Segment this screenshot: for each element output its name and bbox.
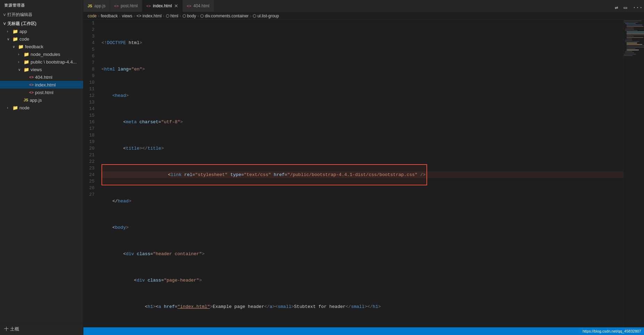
line-num-20: 20 [88, 145, 95, 152]
breadcrumb-indexhtml[interactable]: <> index.html [137, 14, 162, 18]
svg-rect-17 [627, 44, 642, 45]
tree-arrow-code: ∨ [7, 37, 13, 41]
l5-tag: title [126, 145, 139, 152]
breadcrumb-code[interactable]: code [88, 14, 97, 18]
tab-appjs[interactable]: JS app.js [83, 0, 110, 12]
tree-item-views[interactable]: ∨ 📁 views [0, 66, 83, 73]
tree-label-appjs: app.js [30, 98, 42, 103]
tree-item-node[interactable]: › 📁 node [0, 104, 83, 111]
line-num-1: 1 [88, 20, 95, 26]
sidebar-bottom-item[interactable]: 十 土概 [0, 325, 83, 334]
l10-b2: > [199, 277, 202, 284]
l11-b8: </ [345, 303, 351, 310]
l11-i: < [101, 303, 148, 310]
workspace-section[interactable]: ∨ 无标题 (工作区) [0, 20, 83, 27]
code-line-5: <title></title> [101, 145, 623, 152]
line-num-14: 14 [88, 106, 95, 112]
svg-rect-23 [625, 52, 634, 53]
l9-i: < [101, 251, 126, 257]
tab-label-indexhtml: index.html [153, 3, 172, 8]
code-line-10: <div class="page-header"> [101, 277, 623, 284]
svg-rect-15 [625, 41, 639, 42]
l10-sp [145, 277, 148, 284]
l2-val: "en" [131, 66, 142, 73]
l8-b2: > [126, 224, 129, 231]
tab-posthtml[interactable]: <> post.html [110, 0, 142, 12]
l5-i: < [101, 145, 126, 152]
tree-item-feedback[interactable]: ∨ 📁 feedback [0, 43, 83, 50]
title-bar-actions: ⇌ ▭ ··· [613, 3, 644, 12]
tree-item-app[interactable]: › 📁 app [0, 27, 83, 35]
l10-attr: class [148, 277, 161, 284]
l6-val2: "text/css" [244, 172, 271, 177]
l9-tag: div [126, 251, 134, 257]
l11-text: Example page header [213, 303, 264, 310]
tree-arrow-public: › [18, 60, 24, 64]
tree-item-404html[interactable]: <> 404.html [0, 73, 83, 81]
code-content[interactable]: <!DOCTYPE html> <html lang="en"> <head> [100, 20, 623, 327]
tree-arrow-app: › [7, 30, 13, 33]
tab-label-404html: 404.html [193, 3, 209, 8]
breadcrumb-div-comments[interactable]: ⬡ div.comments.container [200, 14, 248, 18]
l10-tag: div [137, 277, 145, 284]
breadcrumb-body[interactable]: ⬡ body [182, 14, 196, 18]
l8-tag: body [115, 224, 126, 231]
l11-b4: </ [264, 303, 270, 310]
svg-rect-12 [627, 37, 643, 38]
status-url[interactable]: https://blog.csdn.net/qq_45832807 [582, 329, 641, 333]
l11-eq: = [175, 303, 178, 310]
tab-label-posthtml: post.html [121, 3, 138, 8]
l4-tag: meta [126, 119, 137, 125]
tree-item-node-modules[interactable]: › 📁 node_modules [0, 50, 83, 58]
workspace-label: ∨ 无标题 (工作区) [3, 21, 36, 27]
line-num-25: 25 [88, 178, 95, 185]
l11-small-text: Stubtext for header [294, 303, 345, 310]
svg-rect-14 [625, 40, 632, 41]
bottom-label: 十 土概 [4, 326, 19, 332]
svg-rect-2 [625, 23, 636, 24]
tab-indexhtml[interactable]: <> index.html ✕ [142, 0, 183, 12]
toggle-panel-icon[interactable]: ▭ [622, 3, 629, 12]
tree-arrow-feedback: ∨ [13, 45, 18, 49]
tree-label-posthtml: post.html [35, 90, 54, 95]
breadcrumb-sep5: › [180, 14, 181, 18]
l2-tag: html [104, 66, 115, 73]
l6-highlight: <link rel="stylesheet" type="text/css" h… [101, 164, 427, 185]
tree-label-404html: 404.html [35, 75, 52, 80]
tab-close-indexhtml[interactable]: ✕ [174, 3, 178, 9]
more-actions-icon[interactable]: ··· [631, 4, 644, 11]
split-editor-icon[interactable]: ⇌ [613, 3, 620, 12]
bracket-1: <! [101, 40, 107, 46]
svg-rect-11 [627, 36, 634, 36]
tree-item-appjs[interactable]: JS app.js [0, 96, 83, 104]
svg-rect-18 [627, 45, 644, 46]
code-line-11: <h1><a href="index.html">Example page he… [101, 303, 623, 310]
tree-item-code[interactable]: ∨ 📁 code [0, 35, 83, 43]
sidebar-title: 资源管理器 [0, 0, 83, 11]
breadcrumb-ul-list-group[interactable]: ⬡ ul.list-group [253, 14, 279, 18]
breadcrumb-html[interactable]: ⬡ html [166, 14, 178, 18]
tree-item-posthtml[interactable]: <> post.html [0, 89, 83, 96]
line-num-18: 18 [88, 132, 95, 139]
l3-b2: > [126, 92, 129, 99]
breadcrumb-feedback[interactable]: feedback [101, 14, 118, 18]
code-editor[interactable]: 1 2 3 4 5 6 7 8 9 10 11 12 13 14 15 16 1 [83, 20, 644, 327]
code-line-9: <div class="header container"> [101, 251, 623, 257]
tree-item-indexhtml[interactable]: <> index.html [0, 81, 83, 89]
l2-b1: < [101, 66, 104, 73]
l4-attr: charset [139, 119, 158, 125]
tab-404html[interactable]: <> 404.html [183, 0, 214, 12]
l4-i: < [101, 119, 126, 125]
tree-item-public[interactable]: › 📁 public \ bootstrap-4.4... [0, 58, 83, 66]
code-line-3: <head> [101, 92, 623, 99]
l6-i: < [146, 172, 171, 177]
breadcrumb-views[interactable]: views [122, 14, 132, 18]
folder-icon-feedback: 📁 [18, 44, 24, 49]
html-icon-posthtml: <> [29, 90, 34, 94]
minimap[interactable] [623, 20, 644, 327]
svg-rect-22 [625, 51, 632, 52]
html-icon-indexhtml: <> [29, 83, 34, 87]
line-num-8: 8 [88, 66, 95, 73]
l6-eq3: = [285, 172, 287, 177]
open-editors-section[interactable]: ∨ 打开的编辑器 [0, 11, 83, 18]
